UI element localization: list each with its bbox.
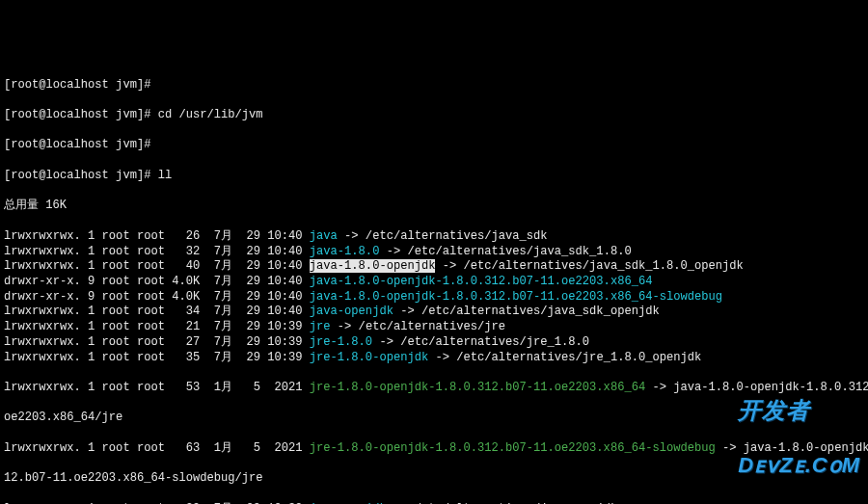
prompt-line: [root@localhost jvm]#	[4, 138, 864, 153]
ls-row: lrwxrwxrwx. 1 root root 35 7月 29 10:39 j…	[4, 351, 864, 366]
prompt-line: [root@localhost jvm]# cd /usr/lib/jvm	[4, 108, 864, 123]
ls-row: lrwxrwxrwx. 1 root root 63 1月 5 2021 jre…	[4, 441, 864, 457]
total-line: 总用量 16K	[4, 199, 864, 214]
ls-row: lrwxrwxrwx. 1 root root 40 7月 29 10:40 j…	[4, 259, 864, 275]
ls-row: lrwxrwxrwx. 1 root root 53 1月 5 2021 jre…	[4, 381, 864, 396]
ls-row: lrwxrwxrwx. 1 root root 21 7月 29 10:39 j…	[4, 320, 864, 335]
ls-row-cont: oe2203.x86_64/jre	[4, 411, 864, 426]
ls-row: drwxr-xr-x. 9 root root 4.0K 7月 29 10:40…	[4, 290, 864, 305]
prompt-line: [root@localhost jvm]#	[4, 78, 864, 93]
ls-row: lrwxrwxrwx. 1 root root 32 7月 29 10:40 j…	[4, 245, 864, 260]
prompt-line: [root@localhost jvm]# ll	[4, 169, 864, 184]
ls-row: drwxr-xr-x. 9 root root 4.0K 7月 29 10:40…	[4, 275, 864, 290]
ls-row: lrwxrwxrwx. 1 root root 26 7月 29 10:40 j…	[4, 229, 864, 245]
ls-row: lrwxrwxrwx. 1 root root 27 7月 29 10:39 j…	[4, 335, 864, 351]
ls-row-cont: 12.b07-11.oe2203.x86_64-slowdebug/jre	[4, 471, 864, 487]
ls-row: lrwxrwxrwx. 1 root root 34 7月 29 10:40 j…	[4, 305, 864, 320]
terminal-output[interactable]: [root@localhost jvm]# [root@localhost jv…	[0, 61, 868, 504]
